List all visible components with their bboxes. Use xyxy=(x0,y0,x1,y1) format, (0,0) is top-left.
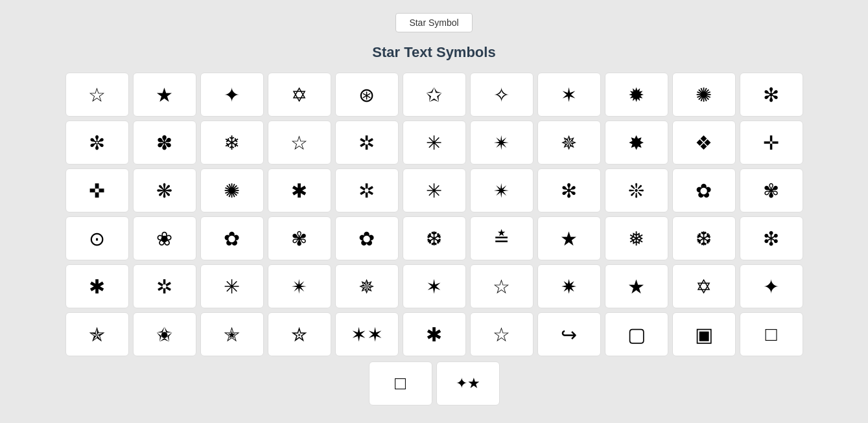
extra-row: □ ✦★ xyxy=(369,361,500,406)
page-title: Star Text Symbols xyxy=(372,44,495,61)
symbol-cell[interactable]: ✿ xyxy=(200,216,264,260)
symbol-cell[interactable]: ❋ xyxy=(133,168,196,212)
symbol-cell[interactable]: ✹ xyxy=(605,73,668,117)
symbol-cell[interactable]: ✽ xyxy=(133,120,196,165)
symbol-cell[interactable]: ✾ xyxy=(740,168,803,212)
symbol-cell[interactable]: ✳ xyxy=(200,264,264,308)
symbol-cell[interactable]: ★ xyxy=(133,73,196,117)
symbol-cell[interactable]: ✴ xyxy=(470,168,534,212)
symbol-cell[interactable]: ✼ xyxy=(65,120,129,165)
symbol-cell[interactable]: ✬ xyxy=(133,312,196,356)
symbol-cell[interactable]: ✧ xyxy=(470,73,534,117)
symbol-cell[interactable]: ✜ xyxy=(65,168,129,212)
symbol-cell[interactable]: ✭ xyxy=(200,312,264,356)
symbol-cell[interactable]: ✾ xyxy=(268,216,331,260)
symbol-cell[interactable]: ✿ xyxy=(672,168,736,212)
symbol-cell[interactable]: ❆ xyxy=(672,216,736,260)
symbol-cell[interactable]: ▣ xyxy=(672,312,736,356)
symbol-cell[interactable]: ❅ xyxy=(605,216,668,260)
symbol-cell[interactable]: ★ xyxy=(605,264,668,308)
symbol-cell[interactable]: ✱ xyxy=(65,264,129,308)
symbol-cell[interactable]: ❀ xyxy=(133,216,196,260)
symbol-cell[interactable]: ✮ xyxy=(268,312,331,356)
symbol-cell[interactable]: ✱ xyxy=(403,312,466,356)
symbol-cell[interactable]: ❖ xyxy=(672,120,736,165)
symbol-cell[interactable]: ✶ xyxy=(403,264,466,308)
symbol-cell[interactable]: ✳ xyxy=(403,168,466,212)
symbol-cell[interactable]: ≛ xyxy=(470,216,534,260)
symbol-cell[interactable]: ✺ xyxy=(672,73,736,117)
symbol-cell[interactable]: ✲ xyxy=(335,120,399,165)
symbol-cell[interactable]: ✩ xyxy=(403,73,466,117)
symbol-cell[interactable]: ▢ xyxy=(605,312,668,356)
symbol-cell[interactable]: ✻ xyxy=(537,168,601,212)
symbols-grid: ☆ ★ ✦ ✡ ⊛ ✩ ✧ ✶ ✹ ✺ ✻ ✼ ✽ ❄ ☆ ✲ ✳ ✴ ✵ ✸ … xyxy=(65,73,803,356)
symbol-cell[interactable]: ✡ xyxy=(672,264,736,308)
symbol-cell[interactable]: ✡ xyxy=(268,73,331,117)
symbol-cell[interactable]: ☆ xyxy=(470,312,534,356)
symbol-cell[interactable]: ⊛ xyxy=(335,73,399,117)
symbol-cell[interactable]: ✶ xyxy=(537,73,601,117)
symbol-cell[interactable]: ✛ xyxy=(740,120,803,165)
symbol-cell[interactable]: ✲ xyxy=(335,168,399,212)
extra-symbol-cell[interactable]: □ xyxy=(369,361,432,406)
symbol-cell[interactable]: ✦ xyxy=(200,73,264,117)
symbol-cell[interactable]: ✱ xyxy=(268,168,331,212)
symbol-cell[interactable]: ❊ xyxy=(605,168,668,212)
symbol-cell[interactable]: ✵ xyxy=(335,264,399,308)
symbol-cell[interactable]: ✷ xyxy=(537,264,601,308)
symbol-cell[interactable]: ❆ xyxy=(403,216,466,260)
symbol-cell[interactable]: ✯ xyxy=(65,312,129,356)
symbol-cell[interactable]: ✲ xyxy=(133,264,196,308)
symbol-cell[interactable]: ✸ xyxy=(605,120,668,165)
symbol-cell[interactable]: ✶✶ xyxy=(335,312,399,356)
symbol-cell[interactable]: ☆ xyxy=(268,120,331,165)
symbol-cell[interactable]: ✴ xyxy=(268,264,331,308)
extra-symbol-cell[interactable]: ✦★ xyxy=(436,361,500,406)
symbol-cell[interactable]: ✵ xyxy=(537,120,601,165)
symbol-cell[interactable]: ☆ xyxy=(65,73,129,117)
symbol-cell[interactable]: ❄ xyxy=(200,120,264,165)
symbol-cell[interactable]: ⊙ xyxy=(65,216,129,260)
symbol-cell[interactable]: ↪ xyxy=(537,312,601,356)
symbol-cell[interactable]: ☆ xyxy=(470,264,534,308)
symbol-cell[interactable]: ✴ xyxy=(470,120,534,165)
symbol-cell[interactable]: ✦ xyxy=(740,264,803,308)
symbol-cell[interactable]: ✺ xyxy=(200,168,264,212)
symbol-cell[interactable]: ✳ xyxy=(403,120,466,165)
symbol-cell[interactable]: ❇ xyxy=(740,216,803,260)
symbol-cell[interactable]: □ xyxy=(740,312,803,356)
star-symbol-button[interactable]: Star Symbol xyxy=(395,13,472,32)
symbol-cell[interactable]: ✻ xyxy=(740,73,803,117)
symbol-cell[interactable]: ★ xyxy=(537,216,601,260)
symbol-cell[interactable]: ✿ xyxy=(335,216,399,260)
